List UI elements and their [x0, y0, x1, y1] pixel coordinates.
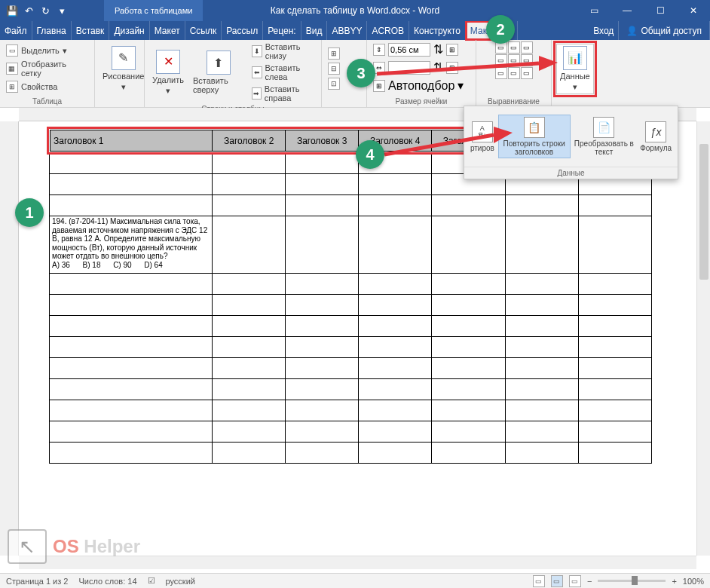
tab-abbyy[interactable]: ABBYY: [327, 21, 367, 40]
tab-layout[interactable]: Макет: [150, 21, 185, 40]
watermark-icon: ↖: [8, 529, 47, 564]
undo-icon[interactable]: ↶: [23, 5, 35, 17]
read-mode-icon[interactable]: ▭: [533, 575, 545, 587]
table-row[interactable]: [50, 274, 652, 295]
draw-button[interactable]: ✎ Рисование▾: [99, 44, 147, 93]
insert-above-button[interactable]: ⬆ Вставить сверху: [190, 49, 247, 96]
table-row[interactable]: [50, 400, 652, 421]
contextual-tab-label: Работа с таблицами: [104, 0, 203, 21]
group-table: ▭Выделить ▾ ▦Отобразить сетку ⊞Свойства …: [0, 40, 95, 107]
quick-access-toolbar: 💾 ↶ ↻ ▾: [0, 5, 74, 17]
ruler-vertical[interactable]: [0, 121, 19, 556]
tab-mailings[interactable]: Рассыл: [222, 21, 263, 40]
height-field[interactable]: [388, 43, 430, 57]
insert-right-icon: ➡: [252, 87, 262, 100]
table-row[interactable]: [50, 358, 652, 379]
insert-below-icon: ⬇: [252, 45, 262, 57]
qat-dropdown-icon[interactable]: ▾: [56, 5, 68, 17]
insert-right-button[interactable]: ➡Вставить справа: [250, 84, 317, 103]
select-button[interactable]: ▭Выделить ▾: [5, 44, 90, 57]
tab-design[interactable]: Дизайн: [109, 21, 149, 40]
scroll-thumb[interactable]: [699, 144, 708, 280]
page-status[interactable]: Страница 1 из 2: [6, 577, 68, 586]
height-icon: ⇕: [373, 44, 385, 56]
tab-review[interactable]: Рецен:: [263, 21, 301, 40]
document-table-body[interactable]: 194. (в7-204-11) Максимальная сила тока,…: [49, 152, 652, 464]
split-cells-button[interactable]: ⊟: [326, 62, 341, 75]
tab-insert[interactable]: Вставк: [72, 21, 110, 40]
header-cell[interactable]: Заголовок 3: [286, 130, 359, 152]
svg-marker-3: [494, 127, 513, 143]
merge-cells-button[interactable]: ⊞: [326, 47, 341, 60]
svg-line-2: [384, 135, 494, 155]
group-rows-cols: ✕ Удалить▾ ⬆ Вставить сверху ⬇Вставить с…: [145, 40, 322, 107]
formula-icon: ƒx: [645, 121, 666, 142]
tab-acrobat[interactable]: ACROB: [367, 21, 409, 40]
align-tc-icon[interactable]: ▭: [508, 41, 520, 54]
table-row[interactable]: [50, 195, 652, 216]
tab-table-design[interactable]: Конструкто: [409, 21, 466, 40]
tab-file[interactable]: Файл: [0, 21, 32, 40]
gridlines-button[interactable]: ▦Отобразить сетку: [5, 59, 90, 78]
tab-home[interactable]: Главна: [32, 21, 72, 40]
maximize-button[interactable]: ☐: [644, 0, 677, 21]
table-row[interactable]: [50, 337, 652, 358]
split-table-button[interactable]: ⊡: [326, 77, 341, 90]
zoom-level[interactable]: 100%: [683, 577, 704, 586]
merge-icon: ⊞: [328, 47, 340, 60]
share-button[interactable]: 👤 Общий доступ: [619, 21, 710, 40]
sign-in-link[interactable]: Вход: [589, 21, 619, 40]
language-status[interactable]: русский: [166, 577, 195, 586]
zoom-thumb[interactable]: [632, 576, 638, 585]
save-icon[interactable]: 💾: [6, 5, 18, 17]
tab-view[interactable]: Вид: [301, 21, 328, 40]
insert-left-button[interactable]: ⬅Вставить слева: [250, 63, 317, 82]
split-table-icon: ⊡: [328, 78, 340, 90]
arrow-4: [381, 124, 516, 162]
table-row[interactable]: [50, 443, 652, 464]
document-title: Как сделать таблицу в Word.docx - Word: [271, 5, 439, 16]
convert-to-text-button[interactable]: 📄 Преобразовать в текст: [571, 115, 636, 158]
title-text: Как сделать таблицу в Word.docx - Word: [271, 5, 439, 16]
zoom-out-button[interactable]: −: [587, 577, 592, 586]
insert-below-button[interactable]: ⬇Вставить снизу: [250, 41, 317, 61]
repeat-header-icon: 📋: [524, 117, 545, 138]
distribute-rows-icon[interactable]: ⊞: [446, 44, 458, 56]
redo-icon[interactable]: ↻: [39, 5, 51, 17]
title-bar: 💾 ↶ ↻ ▾ Как сделать таблицу в Word.docx …: [0, 0, 710, 21]
problem-cell[interactable]: 194. (в7-204-11) Максимальная сила тока,…: [50, 216, 213, 274]
share-label: Общий доступ: [641, 26, 702, 36]
minimize-button[interactable]: —: [611, 0, 644, 21]
svg-marker-1: [539, 56, 558, 71]
window-controls: ▭ — ☐ ✕: [577, 0, 710, 21]
table-row[interactable]: 194. (в7-204-11) Максимальная сила тока,…: [50, 216, 652, 274]
callout-4: 4: [356, 140, 384, 169]
table-row[interactable]: [50, 421, 652, 443]
close-button[interactable]: ✕: [677, 0, 710, 21]
delete-button[interactable]: ✕ Удалить▾: [149, 48, 187, 97]
table-row[interactable]: [50, 295, 652, 316]
header-cell[interactable]: Заголовок 2: [213, 130, 286, 152]
tab-references[interactable]: Ссылк: [185, 21, 222, 40]
spellcheck-icon[interactable]: ☑: [148, 576, 155, 586]
dropdown-label: Данные: [464, 167, 678, 179]
zoom-in-button[interactable]: +: [672, 577, 676, 586]
row-height-input[interactable]: ⇕⇅⊞: [372, 41, 460, 57]
delete-icon: ✕: [156, 50, 180, 74]
word-count[interactable]: Число слов: 14: [78, 577, 136, 586]
select-icon: ▭: [6, 44, 18, 57]
align-tr-icon[interactable]: ▭: [521, 41, 533, 54]
scrollbar-vertical[interactable]: [696, 121, 710, 556]
header-cell[interactable]: Заголовок 1: [50, 130, 213, 152]
ribbon-tabs: Файл Главна Вставк Дизайн Макет Ссылк Ра…: [0, 21, 710, 40]
table-row[interactable]: [50, 316, 652, 337]
zoom-slider[interactable]: [598, 580, 666, 582]
ribbon-options-icon[interactable]: ▭: [577, 0, 611, 21]
formula-button[interactable]: ƒx Формула: [638, 119, 674, 155]
canvas[interactable]: Заголовок 1 Заголовок 2 Заголовок 3 Заго…: [19, 121, 696, 556]
data-button[interactable]: 📊 Данные▾: [556, 44, 594, 94]
table-row[interactable]: [50, 379, 652, 400]
web-layout-icon[interactable]: ▭: [569, 575, 581, 587]
print-layout-icon[interactable]: ▭: [551, 575, 563, 587]
properties-button[interactable]: ⊞Свойства: [5, 80, 90, 93]
